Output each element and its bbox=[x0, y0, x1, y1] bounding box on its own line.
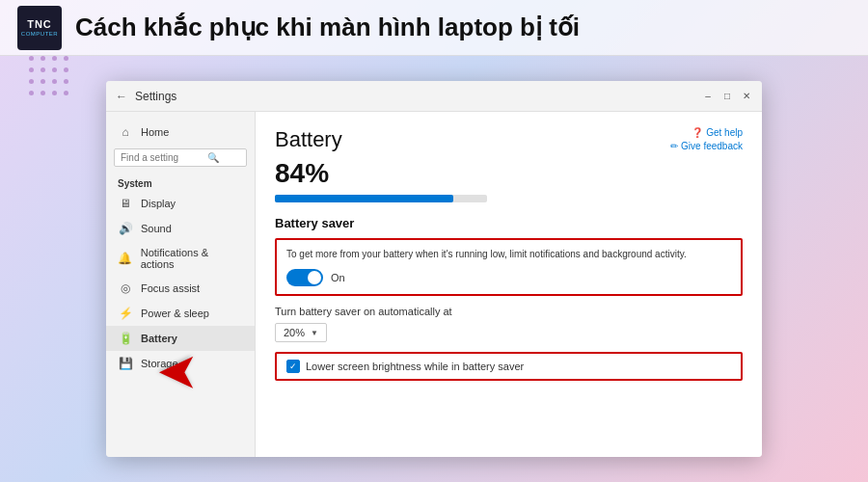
percentage-dropdown[interactable]: 20% ▼ bbox=[275, 323, 327, 342]
power-icon: ⚡ bbox=[118, 307, 133, 320]
auto-section: Turn battery saver on automatically at 2… bbox=[275, 306, 743, 342]
sidebar-item-display[interactable]: 🖥 Display bbox=[106, 191, 255, 216]
sidebar-item-power[interactable]: ⚡ Power & sleep bbox=[106, 301, 255, 326]
sidebar-item-home[interactable]: ⌂ Home bbox=[106, 120, 255, 145]
help-section: ❓ Get help ✏ Give feedback bbox=[670, 127, 743, 154]
minimize-button[interactable]: – bbox=[702, 91, 714, 102]
page-header: TNC COMPUTER Cách khắc phục khi màn hình… bbox=[0, 0, 868, 56]
battery-bar-fill bbox=[275, 195, 453, 202]
close-button[interactable]: ✕ bbox=[741, 91, 752, 102]
search-icon: 🔍 bbox=[207, 152, 219, 163]
sidebar-label-display: Display bbox=[141, 198, 176, 209]
toggle-knob bbox=[308, 271, 321, 284]
window-controls: – □ ✕ bbox=[702, 91, 752, 102]
sidebar-label-notifications: Notifications & actions bbox=[141, 247, 243, 270]
logo-tnc-text: TNC bbox=[27, 18, 52, 30]
notifications-icon: 🔔 bbox=[118, 252, 133, 265]
red-arrow-icon: ➤ bbox=[156, 345, 199, 403]
sidebar-label-power: Power & sleep bbox=[141, 308, 209, 319]
app-title: Settings bbox=[135, 90, 702, 103]
title-bar: ← Settings – □ ✕ bbox=[106, 81, 762, 112]
battery-saver-description: To get more from your battery when it's … bbox=[286, 248, 731, 261]
brightness-checkbox-box: ✓ Lower screen brightness while in batte… bbox=[275, 352, 743, 381]
help-icon: ❓ bbox=[692, 127, 706, 138]
sidebar-item-focus[interactable]: ◎ Focus assist bbox=[106, 276, 255, 301]
feedback-link[interactable]: ✏ Give feedback bbox=[670, 141, 743, 151]
focus-icon: ◎ bbox=[118, 281, 133, 295]
sidebar-section-system: System bbox=[106, 174, 255, 191]
sound-icon: 🔊 bbox=[118, 222, 133, 235]
sidebar-label-sound: Sound bbox=[141, 223, 172, 234]
display-icon: 🖥 bbox=[118, 197, 133, 210]
main-content: ➤ ← Settings – □ ✕ ⌂ Home bbox=[0, 56, 868, 482]
battery-percentage: 84% bbox=[275, 158, 743, 189]
back-button[interactable]: ← bbox=[116, 90, 127, 103]
search-input[interactable] bbox=[121, 152, 207, 163]
dropdown-row: 20% ▼ bbox=[275, 323, 743, 342]
get-help-link[interactable]: ❓ Get help bbox=[670, 127, 743, 138]
sidebar-label-focus: Focus assist bbox=[141, 282, 200, 294]
battery-bar bbox=[275, 195, 487, 202]
sidebar-search-box[interactable]: 🔍 bbox=[114, 148, 247, 167]
logo-sub-text: COMPUTER bbox=[21, 31, 58, 37]
brightness-checkbox[interactable]: ✓ bbox=[286, 360, 300, 373]
toggle-row: On bbox=[286, 269, 731, 286]
auto-title: Turn battery saver on automatically at bbox=[275, 306, 743, 317]
page-title: Cách khắc phục khi màn hình laptop bị tố… bbox=[75, 13, 580, 42]
sidebar-home-label: Home bbox=[141, 126, 169, 138]
battery-saver-box: To get more from your battery when it's … bbox=[275, 238, 743, 296]
checkmark-icon: ✓ bbox=[289, 362, 297, 371]
sidebar-item-notifications[interactable]: 🔔 Notifications & actions bbox=[106, 241, 255, 276]
battery-saver-title: Battery saver bbox=[275, 216, 743, 230]
feedback-icon: ✏ bbox=[670, 141, 681, 151]
settings-window: ← Settings – □ ✕ ⌂ Home bbox=[106, 81, 762, 457]
screenshot-wrapper: ➤ ← Settings – □ ✕ ⌂ Home bbox=[0, 56, 868, 482]
home-icon: ⌂ bbox=[118, 125, 133, 139]
sidebar-item-sound[interactable]: 🔊 Sound bbox=[106, 216, 255, 241]
battery-icon: 🔋 bbox=[118, 332, 133, 345]
toggle-on-label: On bbox=[331, 272, 345, 283]
sidebar-label-battery: Battery bbox=[141, 333, 177, 344]
chevron-down-icon: ▼ bbox=[311, 329, 318, 337]
dropdown-value: 20% bbox=[284, 327, 305, 338]
sidebar: ⌂ Home 🔍 System 🖥 Display 🔊 Sound bbox=[106, 112, 256, 457]
storage-icon: 💾 bbox=[118, 357, 133, 370]
main-panel: ❓ Get help ✏ Give feedback Battery 84% B… bbox=[256, 112, 762, 457]
tnc-logo: TNC COMPUTER bbox=[17, 6, 62, 50]
maximize-button[interactable]: □ bbox=[721, 91, 733, 102]
battery-saver-toggle[interactable] bbox=[286, 269, 323, 286]
settings-body: ⌂ Home 🔍 System 🖥 Display 🔊 Sound bbox=[106, 112, 762, 457]
brightness-label: Lower screen brightness while in battery… bbox=[306, 361, 524, 372]
